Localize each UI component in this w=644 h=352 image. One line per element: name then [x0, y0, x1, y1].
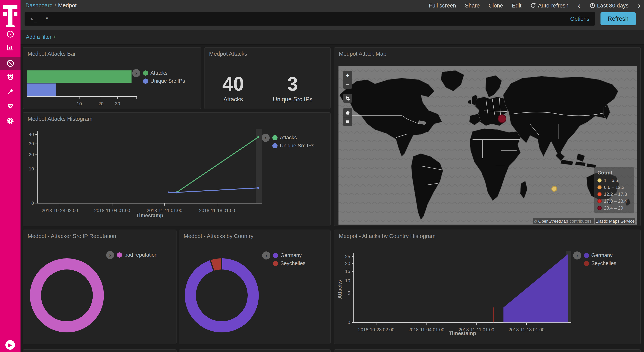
- country-donut-chart[interactable]: [179, 230, 330, 344]
- map-draw-polygon-button[interactable]: [343, 108, 352, 117]
- map-zoom-in-button[interactable]: +: [343, 71, 352, 80]
- series-color-dot: [272, 135, 278, 140]
- legend-label: Germany: [591, 252, 612, 258]
- share-button[interactable]: Share: [465, 3, 480, 9]
- panel-attacks-bar: Medpot Attacks Bar 102030 › Attacks Uniq…: [22, 47, 201, 109]
- metric-label: Unique Src IPs: [273, 96, 312, 103]
- sidebar-expand-button[interactable]: ▶: [5, 340, 15, 350]
- legend-toggle-button[interactable]: ›: [262, 134, 270, 142]
- heartbeat-icon: [7, 102, 14, 109]
- next-row-panel: [334, 349, 641, 352]
- add-filter-link[interactable]: Add a filter+: [26, 34, 56, 40]
- legend-item-seychelles[interactable]: Seychelles: [273, 260, 306, 266]
- breadcrumb-separator: /: [55, 2, 56, 9]
- series-color-dot: [143, 79, 148, 84]
- full-screen-button[interactable]: Full screen: [429, 3, 456, 9]
- series-color-dot: [584, 261, 589, 266]
- sidebar-item-discover[interactable]: [0, 28, 20, 41]
- metric-value: 3: [273, 74, 312, 94]
- time-forward-button[interactable]: ›: [637, 1, 641, 10]
- sidebar-item-timelion[interactable]: [0, 70, 20, 83]
- sidebar-item-dashboard[interactable]: [0, 57, 20, 70]
- map-fit-bounds-button[interactable]: [343, 94, 352, 103]
- legend-toggle-button[interactable]: ›: [132, 69, 140, 77]
- legend-item-attacks[interactable]: Attacks: [143, 70, 185, 76]
- sidebar-item-visualize[interactable]: [0, 41, 20, 54]
- legend-item-germany[interactable]: Germany: [584, 252, 616, 258]
- legend-toggle-button[interactable]: ›: [106, 251, 114, 259]
- svg-text:30: 30: [29, 141, 34, 146]
- legend-row: 6.6 – 12.2: [598, 185, 631, 190]
- elastic-maps-service-link[interactable]: Elastic Maps Service: [595, 218, 636, 224]
- legend-toggle-button[interactable]: ›: [573, 251, 581, 259]
- clone-button[interactable]: Clone: [488, 3, 503, 9]
- svg-text:2018-10-28 02:00: 2018-10-28 02:00: [358, 327, 394, 332]
- map-controls: + −: [343, 71, 352, 126]
- breadcrumb-dashboard-link[interactable]: Dashboard: [26, 2, 53, 9]
- svg-text:10: 10: [77, 101, 82, 106]
- attacks-histogram-chart[interactable]: 0102030402018-10-28 02:002018-11-04 01:0…: [23, 113, 330, 226]
- svg-text:0: 0: [348, 320, 350, 325]
- bucket-color-dot: [598, 178, 602, 183]
- legend-item-germany[interactable]: Germany: [273, 252, 306, 258]
- legend-item-bad-reputation[interactable]: bad reputation: [117, 252, 158, 258]
- openstreetmap-link[interactable]: OpenStreetMap: [538, 218, 569, 224]
- wrench-icon: [7, 88, 14, 95]
- svg-text:2018-11-04 01:00: 2018-11-04 01:00: [94, 208, 130, 213]
- world-map[interactable]: [338, 66, 637, 225]
- auto-refresh-button[interactable]: Auto-refresh: [530, 3, 569, 9]
- svg-text:Attacks: Attacks: [337, 280, 343, 299]
- legend-label: bad reputation: [124, 252, 158, 258]
- legend-row: 23.4 – 29: [598, 205, 631, 211]
- refresh-icon: [530, 3, 536, 9]
- panel-title: Medpot Attack Map: [339, 51, 386, 57]
- map-zoom-out-button[interactable]: −: [343, 80, 352, 89]
- chart-legend: › Germany Seychelles: [262, 251, 306, 266]
- map-draw-rectangle-button[interactable]: [343, 117, 352, 126]
- legend-item-seychelles[interactable]: Seychelles: [584, 260, 616, 266]
- legend-item-unique-src-ips[interactable]: Unique Src IPs: [272, 143, 314, 149]
- plus-icon: +: [53, 34, 56, 40]
- time-picker[interactable]: Last 30 days: [590, 3, 628, 9]
- legend-item-unique-src-ips[interactable]: Unique Src IPs: [143, 78, 185, 84]
- map-container: + −: [338, 66, 637, 225]
- country-histogram-chart[interactable]: 05101520252018-10-28 02:002018-11-04 01:…: [334, 230, 640, 344]
- reputation-donut-chart[interactable]: [23, 230, 176, 344]
- svg-text:0: 0: [32, 201, 34, 206]
- svg-text:15: 15: [345, 269, 350, 274]
- svg-text:20: 20: [345, 261, 350, 266]
- svg-text:20: 20: [98, 101, 104, 106]
- legend-label: Germany: [280, 252, 302, 258]
- metric-group: 40 Attacks 3 Unique Src IPs: [204, 74, 330, 103]
- legend-toggle-button[interactable]: ›: [262, 251, 270, 259]
- filter-bar: Add a filter+: [20, 30, 644, 45]
- edit-button[interactable]: Edit: [512, 3, 522, 9]
- metric-unique-src-ips: 3 Unique Src IPs: [273, 74, 312, 103]
- svg-text:Timestamp: Timestamp: [449, 330, 476, 336]
- legend-title: Count: [598, 170, 631, 176]
- refresh-button[interactable]: Refresh: [600, 12, 636, 25]
- series-color-dot: [272, 143, 278, 148]
- sidebar-item-dev-tools[interactable]: [0, 85, 20, 98]
- svg-text:40: 40: [29, 132, 34, 137]
- chart-legend: › Attacks Unique Src IPs: [132, 69, 185, 84]
- legend-item-attacks[interactable]: Attacks: [272, 135, 314, 141]
- panel-country-histogram: Medpot - Attacks by Country Histogram 05…: [334, 230, 641, 344]
- breadcrumb-current-page: Medpot: [58, 2, 77, 9]
- panel-attack-map: Medpot Attack Map: [334, 47, 641, 226]
- query-options-link[interactable]: Options: [570, 12, 590, 26]
- gear-icon: [7, 117, 14, 125]
- panel-attacks-by-country: Medpot - Attacks by Country › Germany Se…: [179, 230, 330, 344]
- svg-text:2018-10-28 02:00: 2018-10-28 02:00: [42, 208, 78, 213]
- svg-text:10: 10: [29, 166, 34, 171]
- legend-label: Unique Src IPs: [280, 143, 314, 149]
- query-input[interactable]: >_ *: [24, 12, 595, 26]
- panel-attacks-histogram: Medpot Attacks Histogram 0102030402018-1…: [22, 112, 330, 226]
- telekom-logo[interactable]: [3, 5, 18, 28]
- sidebar-item-management[interactable]: [0, 114, 20, 127]
- time-back-button[interactable]: ‹: [577, 1, 581, 10]
- dashboard-actions: Full screen Share Clone Edit Auto-refres…: [429, 0, 641, 11]
- sidebar-item-monitoring[interactable]: [0, 99, 20, 112]
- legend-label: Attacks: [280, 135, 297, 141]
- panel-src-ip-reputation: Medpot - Attacker Src IP Reputation › ba…: [22, 230, 176, 344]
